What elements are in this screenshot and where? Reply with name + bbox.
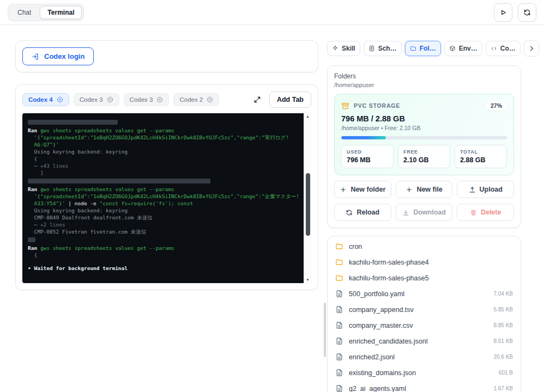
terminal-tab-label: Codex 2	[179, 96, 203, 103]
topbar-actions	[494, 3, 536, 22]
terminal-tab[interactable]: Codex 4	[22, 93, 69, 106]
folder-icon	[410, 45, 416, 52]
file-icon	[335, 369, 343, 377]
code-icon	[491, 45, 497, 52]
file-name: enriched2.jsonl	[349, 353, 488, 361]
terminal-tab-label: Codex 3	[130, 96, 153, 103]
file-icon	[335, 290, 343, 298]
storage-progress-bar	[341, 136, 507, 139]
terminal-tab[interactable]: Codex 2	[173, 93, 219, 106]
tab-close-icon[interactable]	[156, 96, 163, 103]
panel-scrollbar[interactable]	[324, 303, 326, 357]
file-row[interactable]: company_master.csv8.85 KB	[328, 317, 521, 333]
file-size: 8.85 KB	[493, 322, 513, 328]
file-name: cron	[349, 243, 507, 250]
terminal-tab[interactable]: Codex 3	[74, 93, 119, 106]
panel-tabs-row: SkillSch…Fol…Env…Co…	[327, 40, 521, 57]
terminal-line: CMP-0052 Fivetran fivetran.com 未送信	[28, 228, 298, 235]
scroll-down-icon[interactable]: ▼	[304, 277, 311, 283]
terminal-card: Codex 4Codex 3Codex 3Codex 2 Add Tab Ran…	[15, 84, 318, 290]
folder-row[interactable]: kachilu-form-sales-phase5	[328, 270, 521, 286]
file-size: 5.85 KB	[493, 307, 513, 313]
storage-subtitle: /home/appuser • Free: 2.10 GB	[341, 125, 507, 131]
pvc-storage-title: PVC STORAGE	[354, 102, 481, 109]
terminal-line: Using keyring backend: keyring	[28, 148, 298, 155]
reload-button[interactable]: Reload	[334, 204, 391, 221]
panel-tab-label: Env…	[459, 45, 477, 52]
upload-button[interactable]: Upload	[457, 181, 514, 198]
trash-icon	[470, 209, 477, 216]
terminal-line: ⋯ +2 lines	[28, 221, 298, 228]
refresh-icon	[346, 209, 353, 216]
upload-label: Upload	[480, 186, 503, 193]
terminal-output[interactable]: Ran gws sheets spreadsheets values get -…	[22, 113, 304, 283]
download-button[interactable]: Download	[396, 204, 453, 221]
terminal-line: ⋯ +43 lines	[28, 162, 298, 169]
add-tab-button[interactable]: Add Tab	[269, 91, 311, 108]
new-folder-label: New folder	[350, 186, 385, 193]
panel-tab-label: Skill	[342, 45, 355, 52]
file-row[interactable]: existing_domains.json601 B	[328, 365, 521, 381]
terminal-scrollbar[interactable]: ▲ ▼	[304, 113, 311, 283]
plus-icon	[406, 186, 413, 193]
terminal-window: Ran gws sheets spreadsheets values get -…	[22, 113, 311, 283]
tab-close-icon[interactable]	[207, 96, 213, 103]
folder-icon	[335, 258, 343, 266]
file-row[interactable]: enriched_candidates.jsonl8.51 KB	[328, 333, 521, 349]
file-row[interactable]: g2_ai_agents.yaml1.67 KB	[328, 381, 521, 392]
file-row[interactable]: company_append.tsv5.85 KB	[328, 302, 521, 317]
run-button[interactable]	[494, 3, 512, 22]
tab-close-icon[interactable]	[107, 96, 113, 103]
file-actions-row-1: New folderNew fileUpload	[334, 181, 514, 198]
new-file-label: New file	[416, 186, 442, 193]
storage-usage: 796 MB / 2.88 GB	[341, 114, 507, 123]
panel-tabs: SkillSch…Fol…Env…Co…	[327, 41, 521, 56]
refresh-button[interactable]	[518, 3, 536, 22]
terminal-collapsed-bar	[28, 120, 118, 125]
panel-tab-label: Co…	[500, 45, 516, 52]
panel-tab-schedule[interactable]: Sch…	[364, 41, 402, 56]
tabs-overflow-button[interactable]	[524, 40, 539, 57]
folder-icon	[335, 242, 343, 250]
right-panel: SkillSch…Fol…Env…Co… Folders /home/appus…	[327, 40, 521, 392]
file-name: company_append.tsv	[349, 306, 488, 314]
delete-button[interactable]: Delete	[457, 204, 514, 221]
scrollbar-track[interactable]	[304, 120, 311, 277]
pvc-storage-header: PVC STORAGE 27%	[341, 101, 507, 111]
panel-tab-env[interactable]: Env…	[444, 41, 482, 56]
file-name: existing_domains.json	[349, 369, 493, 377]
storage-stat-label: USED	[347, 149, 388, 155]
plus-icon	[340, 186, 347, 193]
env-icon	[449, 45, 456, 52]
panel-tab-code[interactable]: Co…	[486, 41, 521, 56]
scrollbar-thumb[interactable]	[306, 173, 310, 236]
terminal-blank-line	[28, 259, 298, 265]
folder-row[interactable]: kachilu-form-sales-phase4	[328, 254, 521, 270]
storage-stat-value: 796 MB	[347, 156, 388, 164]
topbar: ChatTerminal	[0, 0, 544, 25]
panel-tab-folders[interactable]: Fol…	[405, 41, 441, 56]
new-file-button[interactable]: New file	[396, 181, 453, 198]
file-name: 500_portfolio.yaml	[349, 290, 488, 298]
folder-row[interactable]: cron	[328, 238, 521, 254]
codex-login-button[interactable]: Codex login	[22, 47, 94, 65]
file-row[interactable]: 500_portfolio.yaml7.04 KB	[328, 286, 521, 302]
mode-tab-chat[interactable]: Chat	[10, 6, 39, 19]
new-folder-button[interactable]: New folder	[334, 181, 391, 198]
storage-stat-value: 2.88 GB	[460, 156, 501, 164]
panel-tab-skill[interactable]: Skill	[327, 41, 360, 56]
storage-stat-label: TOTAL	[460, 149, 501, 155]
terminal-tab[interactable]: Codex 3	[124, 93, 170, 106]
terminal-line: A6:Q7"}'	[28, 141, 298, 148]
mode-tab-terminal[interactable]: Terminal	[40, 6, 82, 19]
file-row[interactable]: enriched2.jsonl20.6 KB	[328, 349, 521, 365]
download-icon	[402, 209, 409, 216]
terminal-line: ]	[28, 169, 298, 176]
tab-close-icon[interactable]	[57, 96, 63, 103]
reload-label: Reload	[356, 209, 379, 216]
folder-icon	[335, 274, 343, 282]
file-size: 1.67 KB	[493, 385, 513, 391]
expand-terminal-button[interactable]	[250, 92, 265, 107]
scroll-up-icon[interactable]: ▲	[304, 113, 311, 120]
download-label: Download	[413, 209, 446, 216]
